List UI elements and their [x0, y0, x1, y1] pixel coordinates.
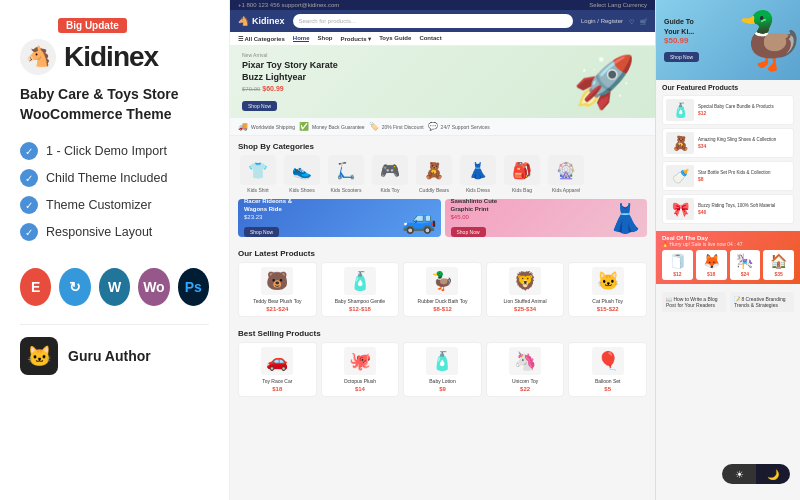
- cat-bears[interactable]: 🧸 Cuddly Bears: [414, 155, 454, 193]
- cat-img-bears: 🧸: [416, 155, 452, 185]
- hero-cta-button[interactable]: Shop Now: [242, 101, 277, 111]
- feature-label-3: Theme Customizer: [46, 198, 152, 212]
- cat-toy[interactable]: 🎮 Kids Toy: [370, 155, 410, 193]
- cat-name-scooters: Kids Scooters: [331, 187, 362, 193]
- cat-name-toy: Kids Toy: [381, 187, 400, 193]
- discount-icon: 🏷️: [369, 122, 379, 131]
- promo-pink-btn[interactable]: Shop Now: [451, 227, 486, 237]
- menu-shop[interactable]: Shop: [317, 35, 332, 42]
- featured-product-1[interactable]: 🧴 Special Baby Care Bundle & Products $1…: [662, 95, 794, 125]
- prod-price-1: $21-$24: [266, 306, 288, 312]
- deal-img-3: 🎠: [736, 253, 753, 269]
- article-2[interactable]: 📝 8 Creative Branding Trends & Strategie…: [730, 292, 794, 312]
- best-product-1[interactable]: 🚗 Toy Race Car $18: [238, 342, 317, 397]
- best-name-4: Unicorn Toy: [512, 378, 538, 384]
- prod-price-4: $25-$34: [514, 306, 536, 312]
- feat-img-3: 🍼: [666, 165, 694, 187]
- best-product-5[interactable]: 🎈 Balloon Set $5: [568, 342, 647, 397]
- feat-info-4: Buzzy Riding Toys, 100% Soft Material $4…: [698, 203, 790, 215]
- sec-hero-price: $50.99: [664, 36, 699, 45]
- promo-pink-image: 👗: [608, 202, 643, 235]
- feature-shipping: 🚚 Worldwide Shipping: [238, 122, 295, 131]
- deal-img-1: 🧻: [669, 253, 686, 269]
- product-card-1[interactable]: 🐻 Teddy Bear Plush Toy $21-$24: [238, 262, 317, 317]
- store-nav-links: Login / Register ♡ 🛒: [581, 18, 647, 25]
- prod-img-3: 🦆: [426, 267, 458, 295]
- elementor-icon: E: [20, 268, 51, 306]
- tagline: Baby Care & Toys Store WooCommerce Theme: [20, 85, 209, 124]
- deal-product-4[interactable]: 🏠 $35: [763, 250, 794, 280]
- best-product-2[interactable]: 🐙 Octopus Plush $14: [321, 342, 400, 397]
- author-avatar: 🐱: [20, 337, 58, 375]
- hero-content: New Arrival Pixar Toy Story Karate Buzz …: [242, 52, 338, 112]
- prod-name-5: Cat Plush Toy: [592, 298, 623, 304]
- feat-price-1: $12: [698, 110, 790, 116]
- prod-name-3: Rubber Duck Bath Toy: [418, 298, 468, 304]
- deal-product-2[interactable]: 🦊 $18: [696, 250, 727, 280]
- product-card-2[interactable]: 🧴 Baby Shampoo Gentle $12-$18: [321, 262, 400, 317]
- menu-guide[interactable]: Toys Guide: [379, 35, 411, 42]
- cat-scooters[interactable]: 🛴 Kids Scooters: [326, 155, 366, 193]
- cat-dress[interactable]: 👗 Kids Dress: [458, 155, 498, 193]
- best-product-4[interactable]: 🦄 Unicorn Toy $22: [486, 342, 565, 397]
- cat-name-shoes: Kids Shoes: [289, 187, 314, 193]
- store-menu-bar: ☰ All Categories Home Shop Products ▾ To…: [230, 32, 655, 46]
- menu-contact[interactable]: Contact: [419, 35, 441, 42]
- featured-product-2[interactable]: 🧸 Amazing King Sling Shoes & Collection …: [662, 128, 794, 158]
- cat-apparel[interactable]: 🎡 Kids Apparel: [546, 155, 586, 193]
- best-product-3[interactable]: 🧴 Baby Lotion $9: [403, 342, 482, 397]
- deal-section: Deal Of The Day 🔥 Hurry up! Sale is live…: [656, 231, 800, 284]
- promo-blue-content: Racer Rideons &Wagons Ride $23.23 Shop N…: [244, 199, 292, 237]
- header-lang: Select Lang Currency: [589, 2, 647, 8]
- store-search-bar[interactable]: Search for products...: [293, 14, 573, 28]
- cat-kids-shoes[interactable]: 👟 Kids Shoes: [282, 155, 322, 193]
- cat-kids-shirt[interactable]: 👕 Kids Shirt: [238, 155, 278, 193]
- prod-price-3: $8-$12: [433, 306, 452, 312]
- hero-subtitle: New Arrival: [242, 52, 338, 58]
- sec-hero-cta[interactable]: Shop Now: [664, 52, 699, 62]
- cat-img-bag: 🎒: [504, 155, 540, 185]
- cat-bag[interactable]: 🎒 Kids Bag: [502, 155, 542, 193]
- promo-blue-btn[interactable]: Shop Now: [244, 227, 279, 237]
- feat-price-4: $46: [698, 209, 790, 215]
- best-name-3: Baby Lotion: [429, 378, 455, 384]
- preview-main: +1 800 123 456 support@kidinex.com Selec…: [230, 0, 655, 500]
- menu-products[interactable]: Products ▾: [340, 35, 371, 42]
- prod-img-4: 🦁: [509, 267, 541, 295]
- deal-product-1[interactable]: 🧻 $12: [662, 250, 693, 280]
- feat-img-1: 🧴: [666, 99, 694, 121]
- featured-product-3[interactable]: 🍼 Star Bottle Set Pro Kids & Collection …: [662, 161, 794, 191]
- check-icon-1: ✓: [20, 142, 38, 160]
- product-card-3[interactable]: 🦆 Rubber Duck Bath Toy $8-$12: [403, 262, 482, 317]
- product-card-5[interactable]: 🐱 Cat Plush Toy $15-$22: [568, 262, 647, 317]
- deal-timer: 🔥 Hurry up! Sale is live now 04 : 47: [662, 241, 794, 247]
- light-mode-button[interactable]: ☀: [722, 464, 756, 484]
- header-contact: +1 800 123 456 support@kidinex.com: [238, 2, 339, 8]
- feat-price-3: $8: [698, 176, 790, 182]
- best-img-2: 🐙: [344, 347, 376, 375]
- article-1[interactable]: 📖 How to Write a Blog Post for Your Read…: [662, 292, 726, 312]
- hero-image: 🚀: [573, 53, 635, 111]
- cat-img-dress: 👗: [460, 155, 496, 185]
- promo-banner-blue: Racer Rideons &Wagons Ride $23.23 Shop N…: [238, 199, 441, 237]
- deal-img-2: 🦊: [703, 253, 720, 269]
- prod-price-2: $12-$18: [349, 306, 371, 312]
- dark-mode-button[interactable]: 🌙: [756, 464, 790, 484]
- best-price-4: $22: [520, 386, 530, 392]
- feat-info-2: Amazing King Sling Shoes & Collection $3…: [698, 137, 790, 149]
- feat-img-2: 🧸: [666, 132, 694, 154]
- dark-mode-toggle[interactable]: ☀ 🌙: [722, 464, 790, 484]
- deal-product-3[interactable]: 🎠 $24: [730, 250, 761, 280]
- menu-all-cats[interactable]: ☰ All Categories: [238, 35, 285, 42]
- best-price-5: $5: [604, 386, 611, 392]
- sec-hero-image: 🦆: [736, 8, 800, 73]
- woo-icon: Wo: [138, 268, 169, 306]
- menu-home[interactable]: Home: [293, 35, 310, 42]
- best-selling-row: 🚗 Toy Race Car $18 🐙 Octopus Plush $14 🧴…: [230, 342, 655, 403]
- best-price-1: $18: [272, 386, 282, 392]
- product-card-4[interactable]: 🦁 Lion Stuffed Animal $25-$34: [486, 262, 565, 317]
- featured-product-4[interactable]: 🎀 Buzzy Riding Toys, 100% Soft Material …: [662, 194, 794, 224]
- check-icon-2: ✓: [20, 169, 38, 187]
- deal-price-3: $24: [741, 271, 749, 277]
- preview-secondary: Guide To Your Ki... $50.99 Shop Now 🦆 Ou…: [655, 0, 800, 500]
